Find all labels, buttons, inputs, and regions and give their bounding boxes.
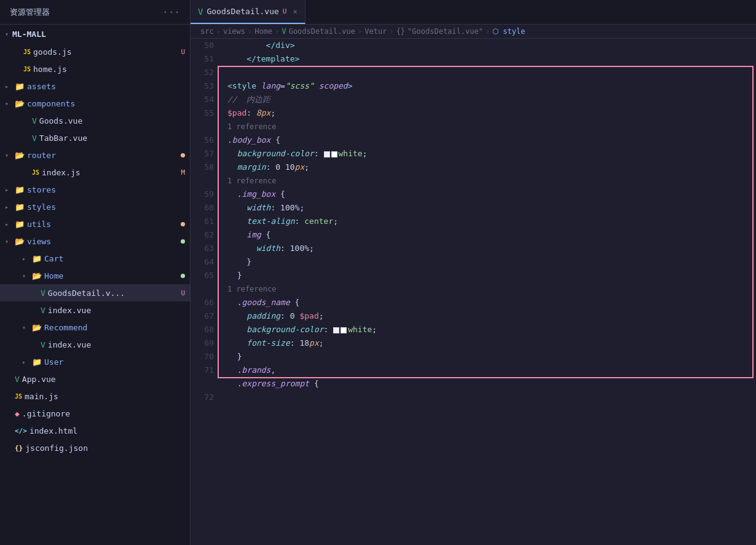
tab-close-button[interactable]: × [293,7,297,16]
sidebar-item-assets[interactable]: 📁 assets [0,78,190,95]
color-swatch-white2 [331,151,337,157]
sidebar-item-label: Home [44,271,178,280]
js-file-icon: JS [23,49,31,55]
js-file-icon: JS [15,393,22,400]
sidebar-item-app-vue[interactable]: V App.vue [0,370,190,388]
sidebar-item-tabbar-vue[interactable]: V TabBar.vue [0,129,190,146]
sidebar-item-label: index.vue [48,340,185,349]
code-line-66: .goods_name { [227,296,756,309]
chevron-icon [22,272,30,279]
editor-area: src › views › Home › V GoodsDetail.vue ›… [191,25,756,545]
chevron-icon [5,83,12,90]
sidebar-item-styles[interactable]: 📁 styles [0,198,190,215]
bc-file: GoodsDetail.vue [289,27,355,36]
sidebar-item-goodsdetail-vue[interactable]: V GoodsDetail.v... U [0,284,190,301]
sidebar-item-label: components [27,99,185,108]
utils-modified-dot [181,222,185,226]
code-line-50: </div> [227,39,756,52]
sidebar-item-router[interactable]: 📂 router [0,146,190,164]
code-line-51: </template> [227,52,756,66]
sidebar-item-label: .gitignore [22,409,185,418]
sidebar-item-recommend[interactable]: 📂 Recommend [0,319,190,336]
sidebar-item-utils[interactable]: 📁 utils [0,215,190,233]
sidebar-item-index-html[interactable]: </> index.html [0,422,190,439]
folder-icon: 📂 [15,99,25,108]
chevron-icon [5,221,12,228]
sidebar-item-goods-vue[interactable]: V Goods.vue [0,112,190,129]
html-file-icon: </> [15,427,27,435]
code-line-57: background-color: white; [227,147,756,161]
sidebar-item-stores[interactable]: 📁 stores [0,181,190,198]
chevron-icon [5,152,12,159]
code-line-52 [227,66,756,79]
sidebar-item-gitignore[interactable]: ◆ .gitignore [0,405,190,422]
code-line-ref2: 1 reference [227,174,756,188]
color-swatch-white1 [324,151,330,157]
sidebar-item-label: index.html [30,426,185,436]
code-line-53: <style lang="scss" scoped> [227,79,756,93]
sidebar-item-label: home.js [33,65,185,74]
bc-views: views [223,27,245,36]
folder-icon: 📂 [32,323,42,332]
code-line-71: .brands, [227,364,756,377]
code-line-63: width: 100%; [227,242,756,255]
editor-content[interactable]: 50 51 52 53 54 55 56 57 58 59 60 61 62 6… [191,39,756,545]
folder-icon: 📁 [15,202,25,212]
top-bar: 资源管理器 ··· V GoodsDetail.vue U × [0,0,756,25]
code-line-65: } [227,269,756,282]
line-numbers: 50 51 52 53 54 55 56 57 58 59 60 61 62 6… [191,39,221,545]
folder-icon: 📁 [15,220,25,229]
bc-brackets: {} [396,27,405,36]
bc-src: src [200,27,214,36]
sidebar-item-main-js[interactable]: JS main.js [0,388,190,405]
sidebar: ▾ ML-MALL JS goods.js U JS home.js 📁 ass… [0,25,191,545]
bc-home: Home [254,27,272,36]
home-modified-dot [181,274,185,278]
sidebar-item-jsconfig-json[interactable]: {} jsconfig.json [0,439,190,456]
bc-vue-icon: V [282,27,286,36]
ml-mall-label: ML-MALL [12,30,46,39]
vue-file-icon: V [41,288,45,298]
sidebar-item-router-index-js[interactable]: JS index.js M [0,164,190,181]
sidebar-item-home-index-vue[interactable]: V index.vue [0,301,190,319]
chevron-icon [5,238,12,245]
sidebar-item-badge: U [181,48,185,56]
sidebar-item-components[interactable]: 📂 components [0,95,190,112]
bc-sep: › [358,27,362,36]
code-lines: </div> </template> <style lang="scss" sc… [221,39,756,545]
sidebar-item-home[interactable]: 📂 Home [0,267,190,284]
sidebar-item-label: main.js [25,392,185,401]
router-modified-dot [181,153,185,157]
sidebar-item-user[interactable]: 📁 User [0,353,190,370]
sidebar-item-label: router [27,151,178,160]
code-line-59: .img_box { [227,188,756,201]
sidebar-panel-title: 资源管理器 ··· [0,0,191,24]
js-file-icon: JS [32,169,39,176]
sidebar-item-views[interactable]: 📂 views [0,233,190,250]
sidebar-item-label: stores [27,185,185,194]
bc-vetur: Vetur [364,27,387,36]
chevron-icon [5,100,12,107]
sidebar-item-label: User [44,357,185,367]
bc-sep: › [389,27,393,36]
code-line-60: width: 100%; [227,201,756,215]
sidebar-more-button[interactable]: ··· [162,6,180,18]
code-line-62: img { [227,228,756,242]
code-line-69: font-size: 18px; [227,336,756,350]
json-file-icon: {} [15,444,23,452]
sidebar-item-cart[interactable]: 📁 Cart [0,250,190,267]
tab-goodsdetail[interactable]: V GoodsDetail.vue U × [191,0,305,24]
vue-file-icon: V [41,340,45,349]
bc-quoted-file: "GoodsDetail.vue" [408,27,483,36]
code-line-ref1: 1 reference [227,120,756,133]
chevron-icon [22,255,30,262]
color-swatch-white3 [333,327,339,333]
sidebar-item-home-js[interactable]: JS home.js [0,60,190,78]
sidebar-root-ml-mall[interactable]: ▾ ML-MALL [0,25,190,43]
bc-sep: › [275,27,279,36]
sidebar-item-recommend-index-vue[interactable]: V index.vue [0,336,190,353]
bc-sep: › [216,27,221,36]
sidebar-item-goods-js[interactable]: JS goods.js U [0,43,190,60]
sidebar-item-badge: M [181,169,185,177]
sidebar-item-label: views [27,237,178,246]
